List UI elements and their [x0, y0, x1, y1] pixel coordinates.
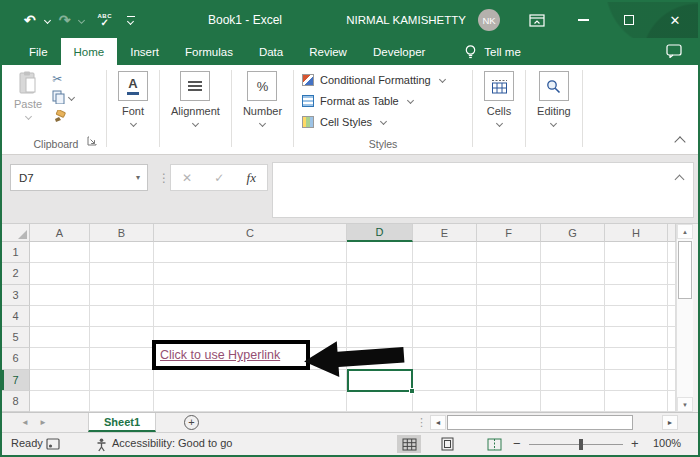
cell-partial1[interactable]: [668, 242, 676, 263]
cell-C3[interactable]: [154, 285, 347, 306]
cell-F3[interactable]: [477, 285, 541, 306]
cell-H2[interactable]: [605, 263, 668, 284]
hyperlink-text[interactable]: Click to use Hyperlink: [160, 348, 280, 362]
copy-button[interactable]: [52, 90, 74, 104]
cell-B3[interactable]: [90, 285, 154, 306]
cell-B4[interactable]: [90, 306, 154, 327]
select-all-corner[interactable]: [2, 224, 30, 242]
cell-C8[interactable]: [154, 391, 347, 412]
cancel-entry-button[interactable]: ✕: [182, 171, 192, 185]
cell-E3[interactable]: [413, 285, 477, 306]
cell-D3[interactable]: [347, 285, 413, 306]
scroll-up-button[interactable]: ▲: [677, 224, 693, 239]
fill-handle[interactable]: [409, 388, 415, 394]
cell-A7[interactable]: [30, 370, 90, 391]
tab-developer[interactable]: Developer: [360, 38, 438, 65]
cell-G6[interactable]: [541, 348, 605, 369]
row-header-4[interactable]: 4: [2, 306, 30, 327]
cell-A1[interactable]: [30, 242, 90, 263]
vertical-scrollbar[interactable]: ▲ ▼: [676, 224, 693, 412]
hyperlink-annotation-box[interactable]: Click to use Hyperlink: [152, 340, 310, 370]
styles-item-conditional-formatting[interactable]: Conditional Formatting: [302, 69, 466, 90]
sheetbar-dots-icon[interactable]: ⋮: [416, 416, 427, 429]
paste-button[interactable]: Paste: [14, 71, 42, 127]
styles-item-cell-styles[interactable]: Cell Styles: [302, 111, 466, 132]
cell-F8[interactable]: [477, 391, 541, 412]
cell-E6[interactable]: [413, 348, 477, 369]
hscroll-right-icon[interactable]: ►: [662, 415, 678, 430]
vscroll-thumb[interactable]: [678, 241, 692, 299]
comments-button[interactable]: [666, 44, 682, 62]
cell-E5[interactable]: [413, 327, 477, 348]
cell-F6[interactable]: [477, 348, 541, 369]
column-header-E[interactable]: E: [413, 224, 477, 242]
column-header-B[interactable]: B: [90, 224, 154, 242]
undo-button[interactable]: ↶: [24, 13, 36, 27]
accessibility-status-text[interactable]: Accessibility: Good to go: [112, 437, 232, 449]
column-header-C[interactable]: C: [154, 224, 347, 242]
cell-F5[interactable]: [477, 327, 541, 348]
tell-me-box[interactable]: Tell me: [464, 38, 520, 65]
cell-C4[interactable]: [154, 306, 347, 327]
row-header-2[interactable]: 2: [2, 263, 30, 284]
cell-E2[interactable]: [413, 263, 477, 284]
cell-E8[interactable]: [413, 391, 477, 412]
cell-B8[interactable]: [90, 391, 154, 412]
cell-D8[interactable]: [347, 391, 413, 412]
cell-H8[interactable]: [605, 391, 668, 412]
cell-F2[interactable]: [477, 263, 541, 284]
cell-E4[interactable]: [413, 306, 477, 327]
cell-A6[interactable]: [30, 348, 90, 369]
cut-button[interactable]: ✂: [52, 73, 74, 85]
cell-B7[interactable]: [90, 370, 154, 391]
cell-H3[interactable]: [605, 285, 668, 306]
cell-H4[interactable]: [605, 306, 668, 327]
enter-entry-button[interactable]: ✓: [214, 171, 224, 185]
column-header-D[interactable]: D: [347, 224, 413, 242]
cell-D2[interactable]: [347, 263, 413, 284]
sheet-nav-left-icon[interactable]: ◄: [16, 413, 34, 432]
row-header-1[interactable]: 1: [2, 242, 30, 263]
cell-A3[interactable]: [30, 285, 90, 306]
tab-file[interactable]: File: [16, 38, 61, 65]
cell-D1[interactable]: [347, 242, 413, 263]
tab-insert[interactable]: Insert: [117, 38, 172, 65]
scroll-down-button[interactable]: ▼: [677, 397, 693, 412]
cell-E1[interactable]: [413, 242, 477, 263]
cell-A5[interactable]: [30, 327, 90, 348]
hscroll-left-icon[interactable]: ◄: [430, 415, 446, 430]
cell-partial3[interactable]: [668, 285, 676, 306]
cell-B1[interactable]: [90, 242, 154, 263]
zoom-out-button[interactable]: −: [513, 436, 521, 451]
cell-G4[interactable]: [541, 306, 605, 327]
cell-partial6[interactable]: [668, 348, 676, 369]
page-break-view-button[interactable]: [482, 435, 506, 453]
cell-partial2[interactable]: [668, 263, 676, 284]
cell-partial8[interactable]: [668, 391, 676, 412]
user-name[interactable]: NIRMAL KAMISHETTY: [346, 14, 466, 26]
horizontal-scrollbar[interactable]: ◄ ►: [430, 415, 678, 430]
row-header-5[interactable]: 5: [2, 327, 30, 348]
editing-group[interactable]: Editing: [526, 65, 582, 154]
font-group[interactable]: A Font: [107, 65, 159, 154]
cell-G8[interactable]: [541, 391, 605, 412]
avatar[interactable]: NK: [478, 9, 500, 31]
undo-dropdown-icon[interactable]: [44, 16, 51, 23]
tab-home[interactable]: Home: [61, 38, 118, 65]
cell-A8[interactable]: [30, 391, 90, 412]
formula-input[interactable]: [272, 162, 694, 218]
cells-group[interactable]: Cells: [473, 65, 525, 154]
cell-E7[interactable]: [413, 370, 477, 391]
column-header-H[interactable]: H: [605, 224, 668, 242]
ribbon-display-options-button[interactable]: [514, 2, 560, 38]
tab-review[interactable]: Review: [296, 38, 360, 65]
zoom-slider-track[interactable]: [529, 444, 623, 445]
zoom-slider-thumb[interactable]: [579, 439, 583, 450]
close-button[interactable]: ✕: [652, 2, 698, 38]
zoom-in-button[interactable]: +: [631, 436, 639, 451]
cell-partial4[interactable]: [668, 306, 676, 327]
add-sheet-button[interactable]: +: [184, 415, 199, 430]
page-layout-view-button[interactable]: [435, 435, 459, 453]
cell-F1[interactable]: [477, 242, 541, 263]
spell-check-button[interactable]: ABC ✓: [97, 13, 112, 28]
